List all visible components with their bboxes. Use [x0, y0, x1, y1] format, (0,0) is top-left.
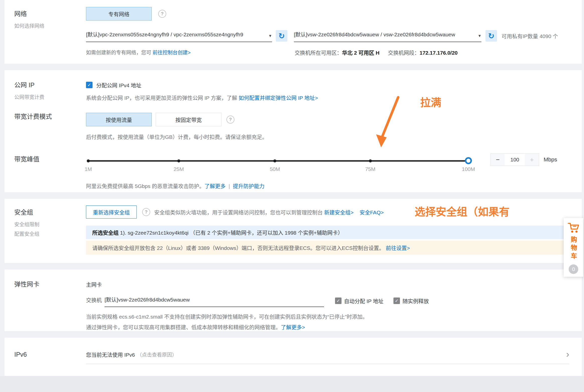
available-ip-count: 可用私有IP数量 4090 个 [502, 32, 558, 40]
cart-count-badge: 0 [569, 264, 578, 274]
network-section: 网络 如何选择网络 专有网络 ? [默认]vpc-2zenxms055sze4n… [5, 0, 582, 64]
eni-desc1: 当前实例规格 ecs.s6-c1m2.small 不支持在创建实例时添加弹性辅助… [86, 313, 582, 320]
stepper-plus-button[interactable]: + [525, 154, 539, 166]
bandwidth-peak-label: 带宽峰值 [14, 155, 86, 163]
auto-ip-label: 自动分配 IP 地址 [344, 297, 383, 305]
selected-sg-label: 所选安全组 [92, 229, 119, 236]
slider-handle[interactable] [465, 157, 472, 164]
bandwidth-help-icon[interactable]: ? [226, 116, 234, 124]
eni-vswitch-label: 交换机 [86, 296, 102, 307]
eni-learn-more-link[interactable]: 了解更多> [281, 324, 305, 330]
bandwidth-slider[interactable]: 1M 25M 50M 75M 100M [88, 160, 468, 162]
eni-desc2: 通过弹性网卡，您可以实现高可用集群搭建、低成本故障转移和精细化的网络管理。 [86, 324, 281, 330]
vpc-select-value: [默认]vpc-2zenxms055sze4ngnyfh9 / vpc-2zen… [86, 30, 243, 38]
primary-nic-label: 主网卡 [86, 280, 582, 288]
release-with-instance-label: 随实例释放 [402, 297, 429, 305]
bandwidth-unit: Mbps [544, 156, 557, 163]
security-group-section: 安全组 安全组限制 配置安全组 重新选择安全组 ? 安全组类似防火墙功能，用于设… [5, 199, 582, 263]
eni-vswitch-field[interactable]: [默认]vsw-2ze026fr8d4bdcw5wauew [105, 296, 324, 307]
stepper-minus-button[interactable]: − [491, 154, 505, 166]
bandwidth-fixed-button[interactable]: 按固定带宽 [156, 113, 221, 126]
selected-sg-bar: 所选安全组 1). sg-2zee72sn1c1koy4kt6qi （已有 2 … [86, 226, 565, 239]
eip-link[interactable]: 如何配置并绑定弹性公网 IP 地址> [239, 95, 318, 101]
slider-dot [177, 159, 180, 162]
vpc-create-hint: 如需创建新的专有网络，您可 [86, 50, 153, 55]
zone-label: 交换机所在可用区： [295, 50, 342, 56]
slider-tick: 100M [462, 166, 475, 172]
vpc-refresh-icon[interactable]: ↻ [276, 30, 287, 42]
reselect-sg-button[interactable]: 重新选择安全组 [86, 206, 137, 219]
boost-protection-link[interactable]: 提升防护能力 [233, 183, 265, 189]
cart-label: 购物车 [569, 236, 578, 261]
ipv6-label: IPv6 [14, 351, 86, 358]
sg-faq-link[interactable]: 安全FAQ> [360, 210, 384, 215]
slider-tick: 75M [365, 166, 375, 172]
zone-value: 华北 2 可用区 H [342, 50, 379, 56]
assign-ipv4-checkbox[interactable]: ✓ [86, 82, 93, 88]
vpc-create-link[interactable]: 前往控制台创建> [153, 50, 191, 55]
vpc-select[interactable]: [默认]vpc-2zenxms055sze4ngnyfh9 / vpc-2zen… [86, 30, 272, 42]
check-icon: ✓ [336, 298, 340, 304]
cart-widget[interactable]: 购物车 0 [564, 218, 583, 277]
bandwidth-by-traffic-button[interactable]: 按使用流量 [86, 113, 152, 126]
sg-help-icon[interactable]: ? [142, 208, 150, 216]
slider-tick: 1M [85, 166, 92, 172]
slider-tick: 25M [174, 166, 184, 172]
network-help-icon[interactable]: ? [158, 10, 166, 18]
annotation-security-note: 选择安全组（如果有 [415, 203, 510, 219]
sg-limit-link[interactable]: 安全组限制 [14, 222, 86, 228]
new-sg-link[interactable]: 新建安全组> [324, 210, 354, 215]
public-ip-desc: 系统会分配公网 IP，也可采用更加灵活的弹性公网 IP 方案，了解 [86, 95, 239, 101]
vswitch-select-value: [默认]vsw-2ze026fr8d4bdcw5wauew / vsw-2ze0… [294, 30, 455, 38]
public-ip-label: 公网 IP [14, 81, 86, 89]
slider-dot [273, 159, 276, 162]
check-icon: ✓ [395, 298, 399, 304]
network-type-vpc-button[interactable]: 专有网络 [86, 7, 152, 21]
sg-config-link[interactable]: 配置安全组 [14, 231, 86, 237]
ipv6-unavailable-text: 您当前无法使用 IPv6 [86, 351, 135, 358]
slider-tick: 50M [270, 166, 280, 172]
bandwidth-mode-desc: 后付费模式，按使用流量（单位为GB）计费，每小时扣费。请保证余额充足。 [86, 133, 582, 140]
vswitch-select[interactable]: [默认]vsw-2ze026fr8d4bdcw5wauew / vsw-2ze0… [294, 30, 481, 42]
sg-port-warning-bar: 请确保所选安全组开放包含 22（Linux）或者 3389（Windows）端口… [86, 241, 565, 255]
annotation-slider-note: 拉满 [420, 94, 441, 109]
cidr-label: 交换机网段： [388, 50, 420, 56]
auto-ip-checkbox[interactable]: ✓ [335, 298, 342, 304]
cart-icon [567, 222, 580, 234]
sg-warning-text: 请确保所选安全组开放包含 22（Linux）或者 3389（Windows）端口… [92, 244, 384, 251]
bandwidth-stepper: − + [490, 153, 539, 166]
ipv6-reason-link[interactable]: （点击查看原因） [137, 351, 177, 358]
goto-settings-link[interactable]: 前往设置> [386, 244, 410, 251]
network-label: 网络 [14, 10, 86, 18]
bandwidth-mode-label: 带宽计费模式 [14, 113, 86, 120]
divider [86, 364, 569, 364]
release-with-instance-checkbox[interactable]: ✓ [393, 298, 400, 304]
learn-more-link[interactable]: 了解更多 [205, 183, 226, 189]
check-icon: ✓ [87, 82, 91, 88]
vswitch-refresh-icon[interactable]: ↻ [485, 30, 497, 42]
cidr-value: 172.17.176.0/20 [420, 50, 458, 56]
public-ip-section: 公网 IP 公网带宽计费 ✓ 分配公网 IPv4 地址 系统会分配公网 IP，也… [5, 70, 582, 192]
slider-dot [369, 159, 372, 162]
ddos-desc: 阿里云免费提供最高 5Gbps 的恶意流量攻击防护。 [86, 183, 205, 189]
assign-ipv4-label: 分配公网 IPv4 地址 [96, 81, 141, 89]
page-bottom-band [0, 376, 584, 392]
public-bandwidth-link[interactable]: 公网带宽计费 [14, 94, 86, 100]
caret-down-icon: ▼ [478, 34, 481, 38]
chevron-right-icon[interactable]: › [566, 352, 569, 357]
slider-dot [87, 159, 90, 162]
link-divider: | [228, 183, 230, 189]
ipv6-section: IPv6 您当前无法使用 IPv6 （点击查看原因） › [5, 338, 582, 380]
eni-section: 弹性网卡 主网卡 交换机 [默认]vsw-2ze026fr8d4bdcw5wau… [5, 269, 582, 331]
security-group-label: 安全组 [14, 209, 86, 216]
selected-sg-value: 1). sg-2zee72sn1c1koy4kt6qi （已有 2 个实例+辅助… [119, 229, 343, 236]
eni-label: 弹性网卡 [14, 280, 86, 288]
bandwidth-value-input[interactable] [505, 154, 525, 166]
network-help-link[interactable]: 如何选择网络 [14, 23, 86, 29]
caret-down-icon: ▼ [268, 34, 272, 38]
sg-desc: 安全组类似防火墙功能，用于设置网络访问控制，您也可以到管理控制台 [154, 210, 324, 215]
